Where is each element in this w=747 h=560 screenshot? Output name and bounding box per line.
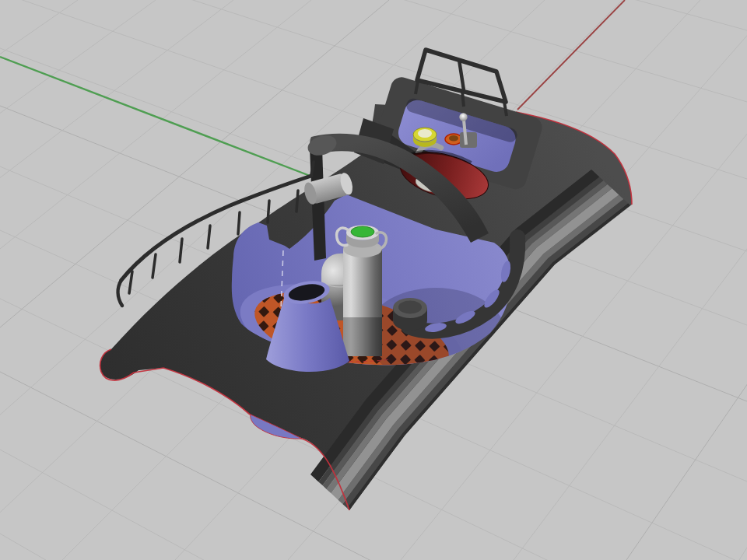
yellow-capstan[interactable] xyxy=(413,128,437,147)
green-cap xyxy=(351,226,374,237)
orange-capstan[interactable] xyxy=(445,134,462,145)
mooring-bollard[interactable] xyxy=(393,298,427,331)
viewport-canvas[interactable] xyxy=(0,0,747,560)
lever-ball xyxy=(459,113,467,121)
green-cap-tank[interactable] xyxy=(337,226,387,357)
